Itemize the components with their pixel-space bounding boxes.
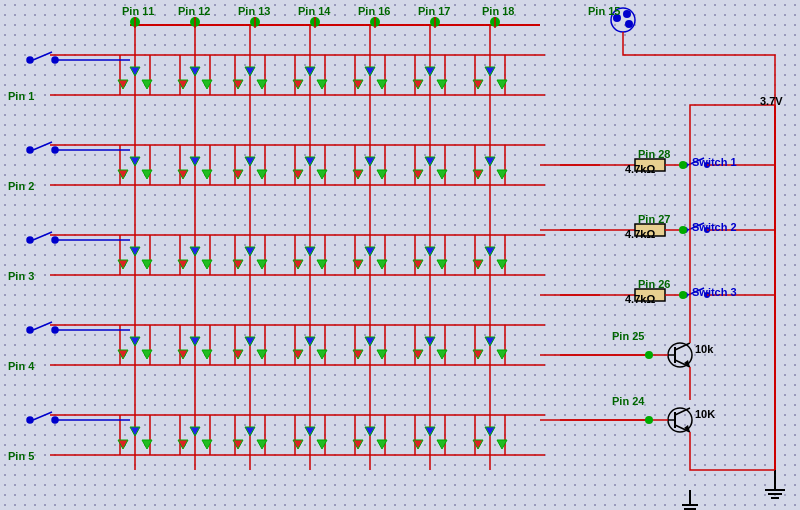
pin-5-label: Pin 5 — [8, 450, 34, 462]
resistor-3-label: 4.7kΩ — [625, 293, 655, 305]
switch-3-label: Switch 3 — [692, 286, 737, 298]
voltage-label: 3.7V — [760, 95, 783, 107]
pin-13-label: Pin 13 — [238, 5, 270, 17]
pin-4-label: Pin 4 — [8, 360, 34, 372]
pin-3-label: Pin 3 — [8, 270, 34, 282]
pin-26-label: Pin 26 — [638, 278, 670, 290]
pin-11-label: Pin 11 — [122, 5, 154, 17]
resistor-1-label: 4.7kΩ — [625, 163, 655, 175]
pin-15-label: Pin 15 — [588, 5, 620, 17]
switch-2-label: Switch 2 — [692, 221, 737, 233]
switch-1-label: Switch 1 — [692, 156, 737, 168]
pin-16-label: Pin 16 — [358, 5, 390, 17]
pin-28-label: Pin 28 — [638, 148, 670, 160]
pin-12-label: Pin 12 — [178, 5, 210, 17]
resistor-2-label: 4.7kΩ — [625, 228, 655, 240]
pin-2-label: Pin 2 — [8, 180, 34, 192]
pin-24-label: Pin 24 — [612, 395, 644, 407]
pin-27-label: Pin 27 — [638, 213, 670, 225]
pin-25-label: Pin 25 — [612, 330, 644, 342]
pin-18-label: Pin 18 — [482, 5, 514, 17]
pin-1-label: Pin 1 — [8, 90, 34, 102]
transistor-2-label: 10K — [695, 408, 715, 420]
transistor-1-label: 10k — [695, 343, 713, 355]
pin-14-label: Pin 14 — [298, 5, 330, 17]
pin-17-label: Pin 17 — [418, 5, 450, 17]
